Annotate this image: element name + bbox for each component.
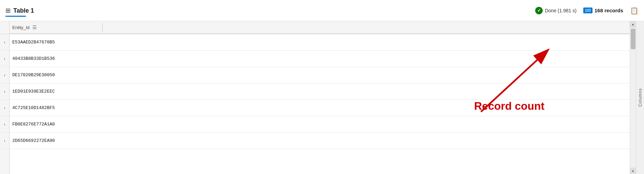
records-badge: 123 168 records	[583, 8, 623, 13]
expand-cell-3[interactable]: ›	[0, 67, 9, 83]
status-text: Done (1.981 s)	[545, 8, 576, 13]
expand-cell-6[interactable]: ›	[0, 116, 9, 133]
column-header-entity-id: Entity_Id ☰	[12, 25, 101, 30]
scroll-down-button[interactable]: ▼	[630, 168, 636, 174]
cell-entity-id-5: 4C725E10D1482BF5	[12, 105, 101, 110]
cell-entity-id-7: 2D65D6692272EA90	[12, 138, 101, 143]
clipboard-icon[interactable]: 📋	[630, 6, 639, 15]
table-row: FB0E8276E772A1A0	[10, 116, 630, 133]
cell-entity-id-4: 1ED01E939E3E2EEC	[12, 89, 101, 94]
data-area: Entity_Id ☰ E53AAED2B47670B5 40433B8B33D…	[10, 21, 630, 174]
expand-cell-1[interactable]: ›	[0, 34, 9, 51]
title-row: ⊞ Table 1	[5, 7, 34, 14]
scroll-up-button[interactable]: ▲	[630, 21, 636, 27]
cell-entity-id-2: 40433B8B33D1B536	[12, 56, 101, 61]
table-row: DE17020B29E30050	[10, 67, 630, 83]
table-row: 40433B8B33D1B536	[10, 51, 630, 67]
cell-entity-id-6: FB0E8276E772A1A0	[12, 122, 101, 127]
cell-entity-id-1: E53AAED2B47670B5	[12, 40, 101, 45]
cell-entity-id-3: DE17020B29E30050	[12, 72, 101, 78]
expand-cell-2[interactable]: ›	[0, 51, 9, 67]
table-row: 4C725E10D1482BF5	[10, 100, 630, 116]
column-name-entity-id: Entity_Id	[12, 25, 30, 30]
columns-tab[interactable]: Columns	[636, 21, 644, 174]
table-row: E53AAED2B47670B5	[10, 34, 630, 51]
table-container: › › › › › › › Entity_Id ☰ E53AAED2B47670…	[0, 21, 644, 174]
scroll-thumb[interactable]	[631, 29, 635, 49]
table-row: 2D65D6692272EA90	[10, 133, 630, 149]
records-count: 168 records	[595, 8, 623, 13]
table-icon: ⊞	[5, 7, 11, 14]
header: ⊞ Table 1 ✓ Done (1.981 s) 123 168 recor…	[0, 0, 644, 21]
check-icon: ✓	[535, 7, 543, 14]
filter-icon[interactable]: ☰	[32, 25, 37, 30]
title-underline	[5, 16, 26, 17]
page-title: Table 1	[13, 7, 34, 14]
records-icon: 123	[583, 8, 592, 13]
data-rows: E53AAED2B47670B5 40433B8B33D1B536 DE1702…	[10, 34, 630, 174]
scrollbar-panel: ▲ ▼	[630, 21, 636, 174]
col-resize-handle[interactable]	[102, 23, 103, 31]
expand-cell-5[interactable]: ›	[0, 100, 9, 116]
expand-col-header	[0, 21, 9, 34]
column-header-row: Entity_Id ☰	[10, 21, 630, 34]
columns-tab-label: Columns	[638, 88, 643, 107]
header-left: ⊞ Table 1	[5, 7, 34, 17]
table-row: 1ED01E939E3E2EEC	[10, 83, 630, 100]
expand-cell-7[interactable]: ›	[0, 133, 9, 149]
header-right: ✓ Done (1.981 s) 123 168 records 📋	[535, 6, 639, 17]
status-done: ✓ Done (1.981 s)	[535, 7, 576, 14]
expand-column: › › › › › › ›	[0, 21, 10, 174]
expand-cell-4[interactable]: ›	[0, 83, 9, 100]
